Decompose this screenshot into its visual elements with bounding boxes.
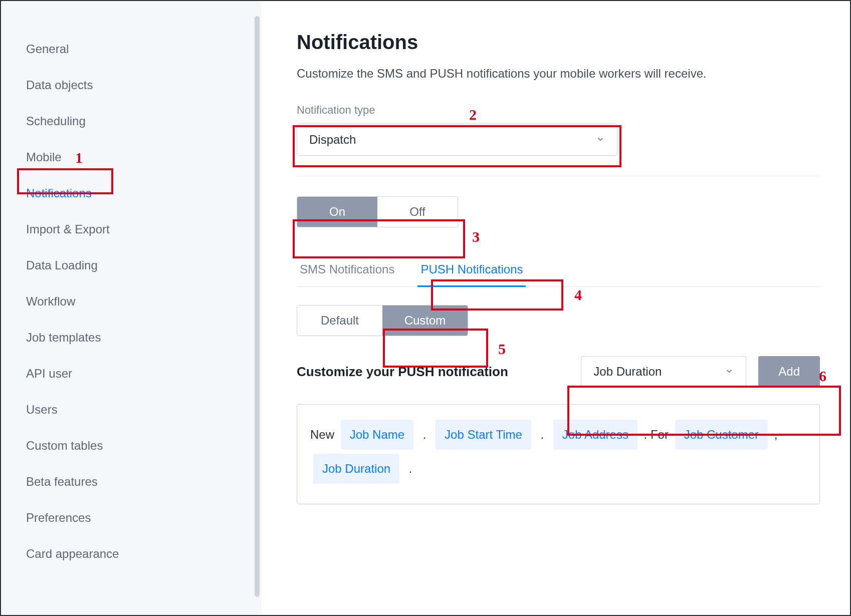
sidebar-item-data-loading[interactable]: Data Loading [1,247,262,283]
sidebar-item-custom-tables[interactable]: Custom tables [1,428,262,464]
message-composer[interactable]: New Job Name . Job Start Time . Job Addr… [297,404,820,504]
default-mode-button[interactable]: Default [297,305,382,336]
off-button[interactable]: Off [377,197,458,227]
sidebar-item-scheduling[interactable]: Scheduling [1,103,262,139]
sidebar-item-card-appearance[interactable]: Card appearance [1,536,262,572]
tab-push[interactable]: PUSH Notifications [417,254,526,286]
token-job-address[interactable]: Job Address [553,420,637,450]
on-button[interactable]: On [297,197,377,227]
chevron-down-icon [596,133,605,147]
sidebar-item-general[interactable]: General [1,31,262,67]
sidebar-item-import-export[interactable]: Import & Export [1,211,262,247]
section-divider [297,176,820,176]
main-content: Notifications Customize the SMS and PUSH… [272,1,850,615]
field-select-value: Job Duration [593,365,662,379]
chevron-down-icon [725,365,734,379]
channel-tabs: SMS Notifications PUSH Notifications [297,254,820,287]
settings-sidebar[interactable]: General Data objects Scheduling Mobile N… [1,1,262,615]
page-title: Notifications [297,31,820,54]
composer-text-for: . For [644,428,669,441]
customize-heading: Customize your PUSH notification [297,364,566,380]
token-job-duration[interactable]: Job Duration [313,454,399,484]
sidebar-item-mobile[interactable]: Mobile [1,139,262,175]
message-mode-toggle[interactable]: Default Custom [297,305,468,336]
notification-type-value: Dispatch [309,133,356,147]
tab-sms[interactable]: SMS Notifications [297,254,397,286]
page-description: Customize the SMS and PUSH notifications… [297,67,820,81]
composer-separator: . [423,428,427,441]
token-job-start-time[interactable]: Job Start Time [436,420,531,450]
custom-mode-button[interactable]: Custom [382,305,468,336]
sidebar-item-workflow[interactable]: Workflow [1,283,262,320]
field-select[interactable]: Job Duration [581,356,746,387]
composer-separator: . [541,428,544,441]
add-field-button[interactable]: Add [758,356,820,387]
composer-separator: . [409,462,412,475]
sidebar-scrollbar[interactable] [255,16,260,597]
sidebar-item-notifications[interactable]: Notifications [1,175,262,211]
token-job-customer[interactable]: Job Customer [675,420,768,450]
notification-type-label: Notification type [297,104,820,117]
on-off-toggle[interactable]: On Off [297,196,458,227]
composer-text-comma: , [774,428,778,441]
sidebar-item-beta-features[interactable]: Beta features [1,464,262,500]
token-job-name[interactable]: Job Name [341,420,413,450]
sidebar-item-data-objects[interactable]: Data objects [1,67,262,103]
sidebar-item-job-templates[interactable]: Job templates [1,320,262,356]
composer-text-new: New [310,428,334,441]
sidebar-item-users[interactable]: Users [1,392,262,428]
sidebar-item-preferences[interactable]: Preferences [1,500,262,536]
notification-type-select[interactable]: Dispatch [297,124,617,156]
sidebar-item-api-user[interactable]: API user [1,356,262,392]
